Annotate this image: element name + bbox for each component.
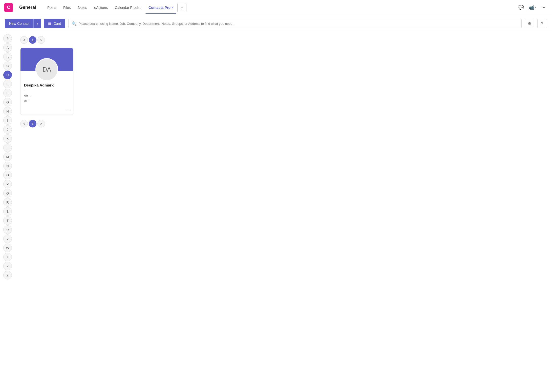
new-contact-dropdown-icon[interactable]: ∨ <box>34 19 41 28</box>
avatar: DA <box>35 58 58 81</box>
app-name: General <box>19 5 36 10</box>
alpha-btn-k[interactable]: K <box>3 134 12 143</box>
alpha-btn-o[interactable]: O <box>3 171 12 179</box>
content-area: < 1 > DA Deepika Admark - ☎ - <box>15 32 552 392</box>
more-header-icon: ··· <box>541 5 545 10</box>
contact-phone: - <box>30 94 31 98</box>
main-layout: #ABCDEFGHIJKLMNOPQRSTUVWXYZ < 1 > DA Dee… <box>0 32 552 392</box>
chat-icon-button[interactable]: 💬 <box>517 3 526 12</box>
alpha-btn-r[interactable]: R <box>3 198 12 207</box>
nav-item-posts[interactable]: Posts <box>44 4 59 12</box>
phone-icon: ☎ <box>24 94 28 98</box>
header: C General Posts Files Notes eActions Cal… <box>0 0 552 15</box>
search-input[interactable] <box>79 22 518 26</box>
help-button[interactable]: ? <box>537 19 547 28</box>
alpha-btn-z[interactable]: Z <box>3 271 12 279</box>
settings-icon: ⚙ <box>528 21 531 26</box>
page-prev-button[interactable]: < <box>20 36 28 44</box>
alpha-btn-u[interactable]: U <box>3 225 12 234</box>
alpha-btn-g[interactable]: G <box>3 98 12 106</box>
alpha-btn-j[interactable]: J <box>3 125 12 134</box>
page-1-button[interactable]: 1 <box>29 36 36 44</box>
alpha-btn-s[interactable]: S <box>3 207 12 216</box>
new-contact-button[interactable]: New Contact ∨ <box>5 19 41 28</box>
page-next-button[interactable]: > <box>37 36 45 44</box>
alpha-btn-t[interactable]: T <box>3 216 12 225</box>
pagination-bottom: < 1 > <box>20 120 547 127</box>
alpha-btn-c[interactable]: C <box>3 61 12 70</box>
pagination-top: < 1 > <box>20 36 547 44</box>
page-prev-bottom-button[interactable]: < <box>20 120 28 127</box>
contact-phone-row: ☎ - <box>24 94 70 98</box>
new-contact-label[interactable]: New Contact <box>5 19 34 28</box>
cards-grid: DA Deepika Admark - ☎ - ✉ - ··· <box>20 48 547 115</box>
alpha-btn-f[interactable]: F <box>3 89 12 97</box>
alpha-btn-q[interactable]: Q <box>3 189 12 198</box>
alpha-btn-b[interactable]: B <box>3 52 12 61</box>
card-header: DA <box>20 48 73 71</box>
video-icon-button[interactable]: 📹 ∨ <box>528 3 537 12</box>
nav: Posts Files Notes eActions Calendar Prod… <box>44 3 511 12</box>
alpha-btn-i[interactable]: I <box>3 116 12 125</box>
toolbar: New Contact ∨ ▦ Card 🔍 ⚙ ? <box>0 15 552 32</box>
contact-email: - <box>28 99 29 103</box>
nav-item-eactions[interactable]: eActions <box>91 4 111 12</box>
app-icon: C <box>4 3 13 12</box>
alpha-btn-w[interactable]: W <box>3 244 12 252</box>
alpha-btn-m[interactable]: M <box>3 153 12 161</box>
card-footer: ··· <box>20 107 73 115</box>
card-icon: ▦ <box>48 21 51 26</box>
search-container: 🔍 <box>68 19 522 28</box>
contact-subtitle: - <box>24 88 70 92</box>
chat-icon: 💬 <box>518 5 524 10</box>
card-view-button[interactable]: ▦ Card <box>44 19 65 28</box>
alpha-btn-n[interactable]: N <box>3 162 12 170</box>
page-next-bottom-button[interactable]: > <box>37 120 45 127</box>
alpha-btn-v[interactable]: V <box>3 234 12 243</box>
contact-email-row: ✉ - <box>24 99 70 103</box>
alpha-btn-p[interactable]: P <box>3 180 12 188</box>
video-chevron-icon: ∨ <box>534 6 536 9</box>
nav-item-files[interactable]: Files <box>60 4 74 12</box>
nav-item-contacts[interactable]: Contacts Pro ∨ <box>145 4 176 12</box>
alpha-btn-e[interactable]: E <box>3 80 12 88</box>
card-label: Card <box>53 21 61 26</box>
page-1-bottom-button[interactable]: 1 <box>29 120 36 127</box>
contacts-chevron-icon: ∨ <box>172 6 173 9</box>
more-header-button[interactable]: ··· <box>539 3 548 12</box>
alphabet-sidebar: #ABCDEFGHIJKLMNOPQRSTUVWXYZ <box>0 32 15 392</box>
alpha-btn-y[interactable]: Y <box>3 262 12 270</box>
alpha-btn-d[interactable]: D <box>3 71 12 79</box>
add-tab-button[interactable]: + <box>177 3 186 12</box>
header-actions: 💬 📹 ∨ ··· <box>517 3 548 12</box>
help-icon: ? <box>541 21 543 26</box>
nav-item-notes[interactable]: Notes <box>75 4 90 12</box>
alpha-btn-l[interactable]: L <box>3 143 12 152</box>
alpha-btn-h[interactable]: H <box>3 107 12 116</box>
alpha-btn-#[interactable]: # <box>3 34 12 43</box>
alpha-btn-x[interactable]: X <box>3 253 12 261</box>
contact-name: Deepika Admark <box>24 83 70 87</box>
alpha-btn-a[interactable]: A <box>3 43 12 52</box>
card-more-button[interactable]: ··· <box>66 107 71 113</box>
email-icon: ✉ <box>24 99 27 103</box>
search-icon: 🔍 <box>72 21 77 26</box>
settings-button[interactable]: ⚙ <box>525 19 534 28</box>
contact-card: DA Deepika Admark - ☎ - ✉ - ··· <box>20 48 73 115</box>
video-icon: 📹 <box>529 5 534 10</box>
nav-item-calendar[interactable]: Calendar Prodsq <box>112 4 144 12</box>
